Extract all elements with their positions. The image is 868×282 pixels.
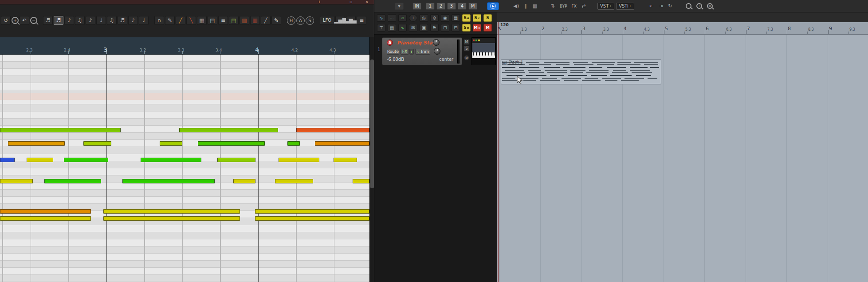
zoom-horizontal-icon[interactable]: H (287, 16, 295, 25)
sixteenth-note-icon[interactable]: ♬ (118, 16, 127, 25)
align-lines-icon[interactable]: ≡ (218, 16, 228, 25)
mute-clear-button[interactable]: M× (473, 24, 481, 32)
io-arrows-icon[interactable]: ⇄ (580, 3, 588, 10)
scroll-tool-icon[interactable]: ↺ (1, 16, 11, 25)
hide-items-icon[interactable]: ⊘ (430, 14, 439, 22)
midi-note[interactable] (217, 158, 255, 162)
midi-note[interactable] (279, 158, 319, 162)
midi-item-track1[interactable]: M Track 1 (501, 60, 661, 84)
edit-cursor[interactable] (498, 22, 499, 282)
fx-button[interactable]: FX (401, 49, 409, 55)
volume-knob[interactable] (434, 48, 440, 55)
arrange-view[interactable]: ↖ 120 1.322.333.344.355.366.377.388.399.… (497, 12, 868, 282)
split-marker-2-icon[interactable]: ▥ (250, 16, 260, 25)
grid-settings-icon[interactable]: ▤ (388, 24, 396, 32)
mute-button[interactable]: M (483, 24, 492, 32)
zoom-out-icon[interactable]: − (30, 17, 37, 24)
midi-note[interactable] (315, 141, 369, 146)
midi-note[interactable] (103, 216, 240, 221)
undo-icon[interactable]: ↶ (20, 16, 29, 25)
zoom-in-icon[interactable]: + (696, 3, 702, 9)
arrange-grid[interactable]: M Track 1 (497, 35, 868, 282)
ruler-tool-icon[interactable]: ⊤ (377, 24, 385, 32)
midi-note[interactable] (0, 158, 15, 162)
zoom-menu-icon[interactable]: ≡ (707, 3, 713, 9)
half-note-icon[interactable]: ♩ (139, 16, 149, 25)
mixer-thumbnail[interactable] (471, 37, 496, 65)
midi-note[interactable] (83, 141, 111, 146)
ripple-edit-icon[interactable]: ∿ (377, 14, 385, 22)
midi-note[interactable] (0, 209, 91, 214)
split-marker-icon[interactable]: ▥ (240, 16, 249, 25)
vsti-button[interactable]: VSTi+ (616, 3, 634, 10)
midi-timeline-ruler[interactable]: 2.32.433.23.33.444.24.3 (0, 37, 374, 55)
monitor-fx-icon[interactable]: ≋ (398, 14, 407, 22)
folder-icon[interactable]: ⊡ (441, 24, 449, 32)
input-button[interactable]: IN (412, 3, 421, 10)
solo-a-button[interactable]: SA (462, 14, 471, 22)
notes-icon[interactable]: ✉ (409, 24, 417, 32)
midi-note[interactable] (296, 128, 369, 132)
close-window-button[interactable]: × (364, 0, 369, 4)
solo-clear-button[interactable]: S× (473, 14, 481, 22)
midi-note[interactable] (179, 128, 278, 132)
midi-note[interactable] (27, 158, 53, 162)
midi-note[interactable] (122, 179, 215, 183)
channel-4-button[interactable]: 4 (458, 3, 467, 10)
track-mute-button[interactable]: M (463, 39, 470, 45)
piano-roll[interactable] (0, 55, 369, 282)
route-button[interactable]: Route (387, 49, 399, 55)
channel-2-button[interactable]: 2 (436, 3, 445, 10)
show-items-icon[interactable]: ◉ (441, 14, 449, 22)
toolbar-dropdown[interactable]: ▾ (395, 3, 404, 10)
grid-division-icon[interactable]: ♬ (43, 16, 53, 25)
vst-button[interactable]: VST+ (597, 3, 614, 10)
folder-open-icon[interactable]: ⊟ (452, 24, 460, 32)
solo-defeat-button[interactable]: SD (462, 24, 471, 32)
triplet-note-icon[interactable]: ♪ (86, 16, 95, 25)
zoom-all-icon[interactable]: A (296, 16, 305, 25)
snap-icon[interactable]: ∩ (154, 16, 164, 25)
trim-button[interactable]: ∿ Trim (415, 49, 430, 55)
dotted-eighth-note-icon[interactable]: ♪ (128, 16, 138, 25)
tempo-marker[interactable]: 120 (500, 23, 509, 27)
midi-editor-vertical-scrollbar[interactable] (369, 37, 374, 282)
info-icon[interactable]: i (409, 14, 417, 22)
restore-window-button[interactable]: ▫ (348, 0, 353, 4)
meter-icon[interactable]: ‖ (522, 3, 530, 10)
midi-note[interactable] (255, 216, 369, 221)
step-grid-icon[interactable]: ▦ (197, 16, 207, 25)
fx-toggle-label[interactable]: FX (570, 4, 578, 8)
dotted-note-icon[interactable]: ♪ (64, 16, 74, 25)
arrange-ruler[interactable]: ↖ 120 1.322.333.344.355.366.377.388.399.… (497, 22, 868, 35)
scrollbar-handle[interactable] (370, 60, 374, 188)
tied-note-icon[interactable]: ♫ (107, 16, 117, 25)
midi-note[interactable] (255, 209, 369, 214)
velocity-histogram-2-icon[interactable]: ▃▆▄ (346, 16, 356, 25)
midi-note[interactable] (287, 141, 300, 146)
midi-note[interactable] (160, 141, 182, 146)
midi-note[interactable] (141, 158, 201, 162)
pan-readout[interactable]: center (439, 57, 453, 62)
channel-1-button[interactable]: 1 (426, 3, 435, 10)
midi-note[interactable] (8, 141, 65, 146)
snap-to-left-icon[interactable]: ⇤ (648, 3, 656, 10)
loop-icon[interactable]: ↻ (666, 3, 674, 10)
midi-note[interactable] (44, 179, 101, 183)
volume-readout[interactable]: -6.00dB (387, 57, 404, 62)
mixer-window-icon[interactable]: ▦ (531, 3, 539, 10)
velocity-histogram-icon[interactable]: ▂▅▇ (335, 16, 345, 25)
velocity-ramp-down-icon[interactable]: ╲ (186, 16, 196, 25)
track-solo-button[interactable]: S (463, 46, 470, 52)
midi-note[interactable] (353, 179, 369, 183)
phase-button[interactable]: ø (464, 55, 469, 60)
pan-knob[interactable] (433, 39, 440, 46)
track-header[interactable]: A Pianoteq Stage Route FX ∿ Trim -6.00dB… (382, 37, 462, 65)
midi-note[interactable] (198, 141, 265, 146)
midi-note[interactable] (64, 158, 108, 162)
midi-note[interactable] (103, 209, 240, 214)
fx-bypass-toggle[interactable] (409, 49, 414, 55)
marker-flag-icon[interactable]: ⚑ (430, 24, 439, 32)
grid-division-active-icon[interactable]: ♬ (54, 16, 63, 25)
channel-3-button[interactable]: 3 (447, 3, 456, 10)
